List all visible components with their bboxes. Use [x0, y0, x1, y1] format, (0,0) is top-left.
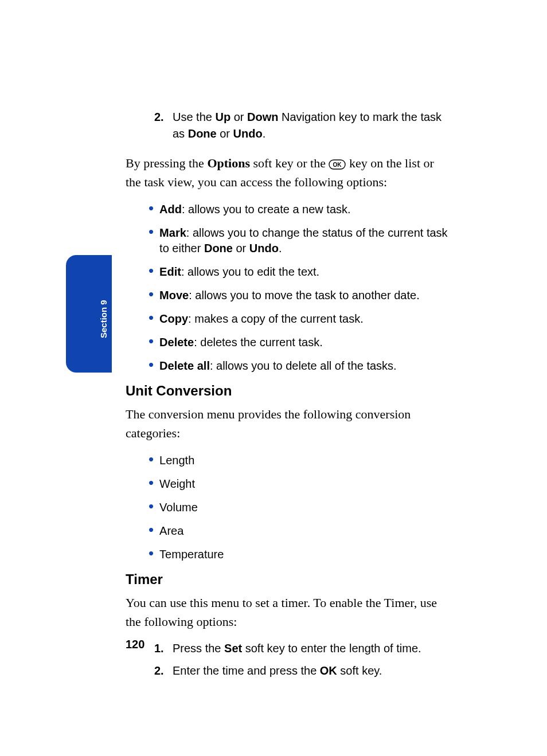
heading-unit-conversion: Unit Conversion [126, 383, 452, 399]
timer-steps: 1. Press the Set soft key to enter the l… [154, 640, 452, 679]
ok-key-icon: OK [329, 159, 346, 170]
bullet-add: • Add: allows you to create a new task. [149, 202, 452, 217]
bullet-weight: •Weight [149, 476, 452, 492]
svg-text:OK: OK [333, 162, 342, 168]
unit-bullets: •Length •Weight •Volume •Area •Temperatu… [149, 453, 452, 562]
unit-paragraph: The conversion menu provides the followi… [126, 405, 452, 442]
bullet-volume: •Volume [149, 500, 452, 515]
task-steps-top: 2. Use the Up or Down Navigation key to … [154, 109, 452, 142]
bullet-dot-icon: • [149, 264, 154, 277]
page-number: 120 [126, 638, 144, 651]
timer-step-1: 1. Press the Set soft key to enter the l… [154, 640, 452, 657]
bullet-dot-icon: • [149, 500, 154, 512]
heading-timer: Timer [126, 571, 452, 587]
bullet-copy: • Copy: makes a copy of the current task… [149, 311, 452, 327]
options-paragraph: By pressing the Options soft key or the … [126, 154, 452, 191]
bullet-delete-all: • Delete all: allows you to delete all o… [149, 358, 452, 374]
bullet-dot-icon: • [149, 288, 154, 300]
bullet-dot-icon: • [149, 225, 154, 238]
bullet-dot-icon: • [149, 202, 154, 214]
bullet-mark: • Mark: allows you to change the status … [149, 225, 452, 256]
bullet-edit: • Edit: allows you to edit the text. [149, 264, 452, 280]
bullet-area: •Area [149, 523, 452, 539]
options-bullets: • Add: allows you to create a new task. … [149, 202, 452, 374]
section-tab: Section 9 [66, 255, 112, 373]
page-content: 2. Use the Up or Down Navigation key to … [126, 109, 452, 685]
timer-paragraph: You can use this menu to set a timer. To… [126, 593, 452, 631]
bullet-dot-icon: • [149, 523, 154, 536]
step-text: Use the Up or Down Navigation key to mar… [173, 109, 452, 142]
step-text: Press the Set soft key to enter the leng… [173, 640, 421, 657]
bullet-dot-icon: • [149, 311, 154, 324]
bullet-dot-icon: • [149, 358, 154, 371]
bullet-delete: • Delete: deletes the current task. [149, 335, 452, 350]
bullet-temperature: •Temperature [149, 547, 452, 562]
timer-step-2: 2. Enter the time and press the OK soft … [154, 663, 452, 679]
bullet-length: •Length [149, 453, 452, 468]
step-number: 1. [154, 640, 173, 657]
section-tab-label: Section 9 [99, 300, 108, 338]
bullet-dot-icon: • [149, 476, 154, 489]
step-2: 2. Use the Up or Down Navigation key to … [154, 109, 452, 142]
bullet-dot-icon: • [149, 453, 154, 465]
bullet-dot-icon: • [149, 335, 154, 347]
step-text: Enter the time and press the OK soft key… [173, 663, 382, 679]
bullet-move: • Move: allows you to move the task to a… [149, 288, 452, 303]
bullet-dot-icon: • [149, 547, 154, 559]
step-number: 2. [154, 663, 173, 679]
step-number: 2. [154, 109, 173, 126]
